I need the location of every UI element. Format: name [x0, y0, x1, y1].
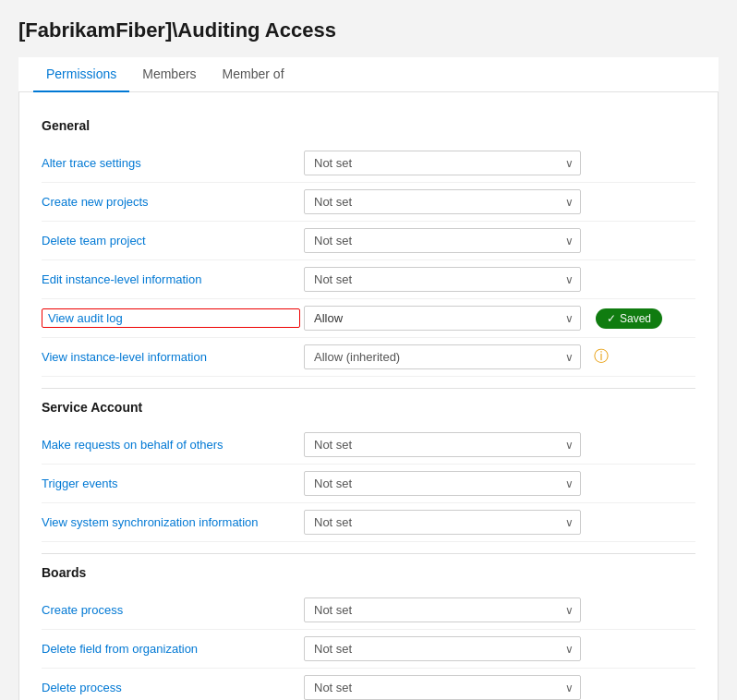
permission-select-delete-team-project[interactable]: Not setAllowDenyAllow (inherited)Deny (i… [304, 228, 581, 253]
row-extras-view-instance-level: ⓘ [586, 347, 609, 367]
checkmark-icon: ✓ [607, 312, 616, 325]
permission-row-view-system-sync: View system synchronization informationN… [42, 503, 695, 542]
permission-select-delete-process[interactable]: Not setAllowDenyAllow (inherited)Deny (i… [304, 675, 581, 700]
permission-row-alter-trace: Alter trace settingsNot setAllowDenyAllo… [42, 144, 695, 183]
permission-select-alter-trace[interactable]: Not setAllowDenyAllow (inherited)Deny (i… [304, 151, 581, 175]
tab-member-of[interactable]: Member of [210, 57, 297, 92]
permission-row-edit-instance-level: Edit instance-level informationNot setAl… [42, 260, 695, 299]
permission-label-delete-field-org[interactable]: Delete field from organization [42, 642, 300, 656]
permission-select-wrapper-create-process: Not setAllowDenyAllow (inherited)Deny (i… [304, 597, 581, 622]
permission-select-wrapper-trigger-events: Not setAllowDenyAllow (inherited)Deny (i… [304, 471, 581, 496]
permission-row-delete-process: Delete processNot setAllowDenyAllow (inh… [42, 669, 695, 700]
permission-select-make-requests[interactable]: Not setAllowDenyAllow (inherited)Deny (i… [304, 432, 581, 457]
permission-row-trigger-events: Trigger eventsNot setAllowDenyAllow (inh… [42, 465, 695, 503]
permission-select-wrapper-delete-team-project: Not setAllowDenyAllow (inherited)Deny (i… [304, 228, 581, 253]
page-title: [FabrikamFiber]\Auditing Access [18, 18, 719, 42]
permission-row-create-process: Create processNot setAllowDenyAllow (inh… [42, 591, 695, 630]
permission-select-edit-instance-level[interactable]: Not setAllowDenyAllow (inherited)Deny (i… [304, 267, 581, 292]
permission-label-make-requests[interactable]: Make requests on behalf of others [42, 438, 300, 452]
permission-label-view-audit-log[interactable]: View audit log [42, 308, 300, 328]
saved-badge: ✓Saved [596, 308, 662, 329]
permission-label-create-process[interactable]: Create process [42, 603, 300, 617]
section-title-general: General [42, 118, 695, 133]
permission-select-view-system-sync[interactable]: Not setAllowDenyAllow (inherited)Deny (i… [304, 510, 581, 535]
permissions-content: GeneralAlter trace settingsNot setAllowD… [18, 92, 719, 700]
tab-members[interactable]: Members [129, 57, 209, 92]
row-extras-view-audit-log: ✓Saved [586, 308, 662, 329]
permission-select-wrapper-alter-trace: Not setAllowDenyAllow (inherited)Deny (i… [304, 151, 581, 175]
permission-select-wrapper-delete-field-org: Not setAllowDenyAllow (inherited)Deny (i… [304, 636, 581, 661]
tab-permissions[interactable]: Permissions [33, 57, 129, 92]
permission-row-make-requests: Make requests on behalf of othersNot set… [42, 426, 695, 465]
permission-label-delete-team-project[interactable]: Delete team project [42, 234, 300, 247]
permission-select-delete-field-org[interactable]: Not setAllowDenyAllow (inherited)Deny (i… [304, 636, 581, 661]
permission-select-wrapper-make-requests: Not setAllowDenyAllow (inherited)Deny (i… [304, 432, 581, 457]
permission-label-alter-trace[interactable]: Alter trace settings [42, 156, 300, 170]
permission-label-edit-instance-level[interactable]: Edit instance-level information [42, 272, 300, 286]
permission-row-create-new-projects: Create new projectsNot setAllowDenyAllow… [42, 183, 695, 222]
section-title-service-account: Service Account [42, 400, 695, 415]
permission-select-wrapper-view-instance-level: Not setAllowDenyAllow (inherited)Deny (i… [304, 344, 581, 369]
permission-select-wrapper-edit-instance-level: Not setAllowDenyAllow (inherited)Deny (i… [304, 267, 581, 292]
permission-row-delete-team-project: Delete team projectNot setAllowDenyAllow… [42, 222, 695, 260]
permission-select-wrapper-view-system-sync: Not setAllowDenyAllow (inherited)Deny (i… [304, 510, 581, 535]
section-title-boards: Boards [42, 565, 695, 580]
permission-label-view-instance-level[interactable]: View instance-level information [42, 350, 300, 364]
permission-label-trigger-events[interactable]: Trigger events [42, 477, 300, 490]
permission-select-wrapper-create-new-projects: Not setAllowDenyAllow (inherited)Deny (i… [304, 189, 581, 214]
permission-select-wrapper-view-audit-log: Not setAllowDenyAllow (inherited)Deny (i… [304, 306, 581, 331]
permission-select-create-process[interactable]: Not setAllowDenyAllow (inherited)Deny (i… [304, 597, 581, 622]
section-divider [42, 388, 695, 389]
info-icon[interactable]: ⓘ [594, 347, 609, 367]
permission-select-create-new-projects[interactable]: Not setAllowDenyAllow (inherited)Deny (i… [304, 189, 581, 214]
permission-label-delete-process[interactable]: Delete process [42, 681, 300, 694]
permission-select-trigger-events[interactable]: Not setAllowDenyAllow (inherited)Deny (i… [304, 471, 581, 496]
permission-select-view-audit-log[interactable]: Not setAllowDenyAllow (inherited)Deny (i… [304, 306, 581, 331]
permission-row-view-instance-level: View instance-level informationNot setAl… [42, 338, 695, 377]
permission-label-create-new-projects[interactable]: Create new projects [42, 195, 300, 209]
permission-select-view-instance-level[interactable]: Not setAllowDenyAllow (inherited)Deny (i… [304, 344, 581, 369]
tab-bar: Permissions Members Member of [18, 57, 719, 92]
permission-row-delete-field-org: Delete field from organizationNot setAll… [42, 630, 695, 669]
permission-label-view-system-sync[interactable]: View system synchronization information [42, 515, 300, 529]
permission-row-view-audit-log: View audit logNot setAllowDenyAllow (inh… [42, 299, 695, 338]
section-divider [42, 553, 695, 554]
permission-select-wrapper-delete-process: Not setAllowDenyAllow (inherited)Deny (i… [304, 675, 581, 700]
saved-label: Saved [620, 312, 651, 325]
